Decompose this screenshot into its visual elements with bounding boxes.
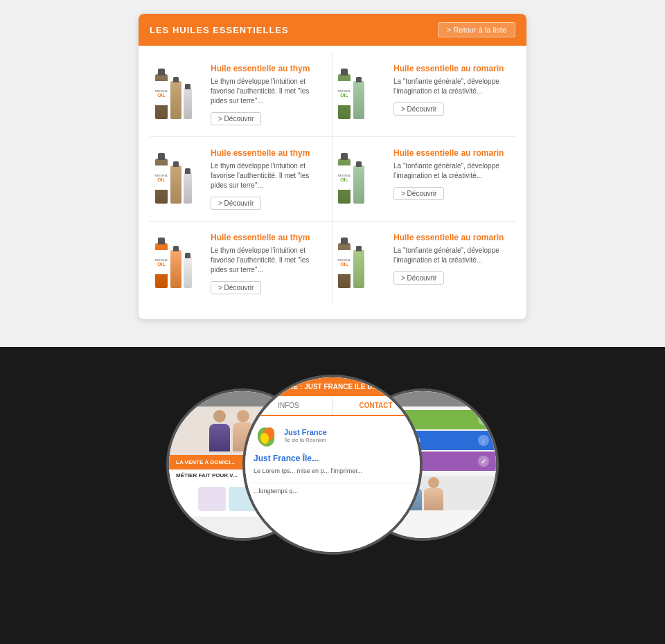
product-desc-4: La "tonfiante générale", développe l'ima… bbox=[393, 161, 510, 181]
product-item-6: NATURAL OIL Huile essentielle au romarin… bbox=[332, 222, 515, 305]
product-image-2: NATURAL OIL bbox=[338, 64, 387, 119]
card-title: LES HUILES ESSENTIELLES bbox=[150, 25, 289, 35]
product-info-4: Huile essentielle au romarin La "tonfian… bbox=[393, 148, 510, 200]
product-image-6: NATURAL OIL bbox=[338, 233, 387, 288]
discover-btn-6[interactable]: > Découvrir bbox=[393, 271, 444, 285]
discover-btn-2[interactable]: > Découvrir bbox=[393, 102, 444, 116]
menu-icon-purple: ✓ bbox=[478, 456, 489, 467]
product-image-5: NATURAL OIL bbox=[155, 233, 204, 288]
bottom-section: Armorique bbox=[0, 347, 665, 582]
product-name-5: Huile essentielle au thym bbox=[211, 233, 326, 242]
product-name-4: Huile essentielle au romarin bbox=[393, 148, 510, 158]
logo-text: Just France bbox=[284, 428, 327, 437]
product-desc-3: Le thym développe l'intuition et favoris… bbox=[211, 161, 326, 190]
product-item: NATURAL OIL Huile essentielle au thym Le… bbox=[150, 53, 332, 137]
product-image-1: NATURAL OIL bbox=[155, 64, 204, 119]
main-card: LES HUILES ESSENTIELLES > Retour à la li… bbox=[139, 14, 526, 319]
circle-tabs: INFOS CONTACT bbox=[245, 396, 420, 416]
discover-btn-3[interactable]: > Découvrir bbox=[211, 197, 261, 210]
product-desc-2: La "tonfiante générale", développe l'ima… bbox=[393, 77, 510, 96]
back-button[interactable]: > Retour à la liste bbox=[438, 22, 515, 37]
product-item-5: NATURAL OIL Huile essentielle au thym Le… bbox=[150, 222, 332, 305]
circle-middle-body: Le Lorem Ips... mise en p... l'imprimer.… bbox=[254, 467, 411, 476]
logo-leaf-svg bbox=[254, 423, 278, 448]
circle-middle-title: Just France Île... bbox=[254, 454, 411, 463]
menu-icon-green: ✓ bbox=[478, 414, 489, 425]
discover-btn-5[interactable]: > Découvrir bbox=[211, 281, 261, 294]
circles-container: Armorique bbox=[166, 368, 499, 562]
product-grid: NATURAL OIL Huile essentielle au thym Le… bbox=[150, 53, 515, 305]
circle-logo-area: Just France Île de la Réunion bbox=[254, 423, 411, 448]
discover-btn-1[interactable]: > Découvrir bbox=[211, 112, 261, 125]
product-name-6: Huile essentielle au romarin bbox=[393, 233, 510, 242]
product-image-4: NATURAL OIL bbox=[338, 148, 387, 204]
circle-middle: PARTENAIRE : JUST FRANCE ILE D... INFOS … bbox=[242, 375, 423, 555]
menu-icon-blue: ↓ bbox=[478, 435, 489, 446]
product-info-6: Huile essentielle au romarin La "tonfian… bbox=[393, 233, 510, 285]
product-desc-1: Le thym développe l'intuition et favoris… bbox=[211, 77, 326, 106]
card-body: NATURAL OIL Huile essentielle au thym Le… bbox=[139, 46, 526, 319]
top-section: LES HUILES ESSENTIELLES > Retour à la li… bbox=[0, 0, 665, 347]
product-name-2: Huile essentielle au romarin bbox=[393, 64, 510, 73]
circle-footer-text: ...longtemps q... bbox=[245, 483, 420, 499]
circle-middle-content: Just France Île de la Réunion Just Franc… bbox=[245, 416, 420, 483]
just-france-logo: Just France Île de la Réunion bbox=[284, 428, 327, 443]
discover-btn-4[interactable]: > Découvrir bbox=[393, 187, 444, 200]
product-info-1: Huile essentielle au thym Le thym dévelo… bbox=[211, 64, 326, 125]
product-name-3: Huile essentielle au thym bbox=[211, 148, 326, 158]
product-name-1: Huile essentielle au thym bbox=[211, 64, 326, 73]
product-info-5: Huile essentielle au thym Le thym dévelo… bbox=[211, 233, 326, 294]
circle-middle-inner: PARTENAIRE : JUST FRANCE ILE D... INFOS … bbox=[245, 377, 420, 552]
product-image-3: NATURAL OIL bbox=[155, 148, 204, 204]
product-desc-6: La "tonfiante générale", développe l'ima… bbox=[393, 246, 510, 265]
product-item-3: NATURAL OIL Huile essentielle au thym Le… bbox=[150, 137, 332, 222]
product-item-4: NATURAL OIL Huile essentielle au romarin… bbox=[332, 137, 515, 222]
product-item-2: NATURAL OIL Huile essentielle au romarin… bbox=[332, 53, 515, 137]
card-header: LES HUILES ESSENTIELLES > Retour à la li… bbox=[139, 14, 526, 46]
logo-subtext: Île de la Réunion bbox=[285, 437, 326, 443]
product-info-3: Huile essentielle au thym Le thym dévelo… bbox=[211, 148, 326, 210]
product-info-2: Huile essentielle au romarin La "tonfian… bbox=[393, 64, 510, 116]
product-desc-5: Le thym développe l'intuition et favoris… bbox=[211, 246, 326, 275]
